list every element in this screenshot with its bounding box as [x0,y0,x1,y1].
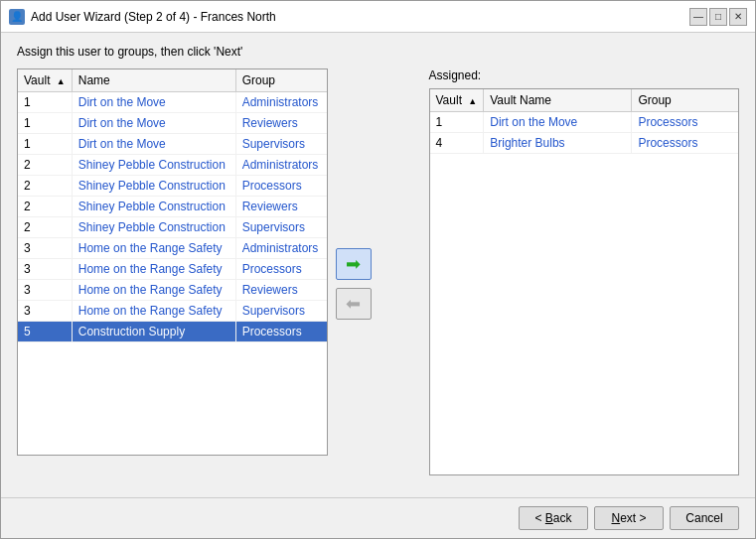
name-cell: Shiney Pebble Construction [72,217,235,238]
name-cell: Home on the Range Safety [72,301,235,322]
table-header-row: Vault ▲ Name Group [18,69,327,92]
back-arrow-icon: ⬅ [346,293,361,315]
table-row[interactable]: 4Brighter BulbsProcessors [430,133,739,154]
title-controls: — □ ✕ [689,8,747,26]
next-button[interactable]: Next > [594,506,664,530]
table-row[interactable]: 3Home on the Range SafetySupervisors [18,301,327,322]
footer: < Back Next > Cancel [1,497,755,538]
group-cell: Supervisors [235,301,326,322]
title-bar: 👤 Add User Wizard (Step 2 of 4) - France… [1,1,755,33]
maximize-button[interactable]: □ [709,8,727,26]
name-cell: Dirt on the Move [484,112,632,133]
back-button[interactable]: < Back [519,506,588,530]
name-cell: Dirt on the Move [72,92,235,113]
left-panel: Vault ▲ Name Group [17,68,328,456]
vault-cell: 3 [18,259,72,280]
group-cell: Reviewers [235,280,326,301]
table-row[interactable]: 2Shiney Pebble ConstructionSupervisors [18,217,327,238]
groups-table: Vault ▲ Name Group [18,69,327,342]
table-row[interactable]: 2Shiney Pebble ConstructionProcessors [18,176,327,197]
forward-arrow-icon: ➡ [346,253,361,275]
vault-cell: 2 [18,155,72,176]
name-cell: Brighter Bulbs [484,133,632,154]
vault-cell: 1 [18,134,72,155]
remove-from-assigned-button[interactable]: ⬅ [336,288,372,320]
assigned-name-header[interactable]: Vault Name [484,89,632,112]
vault-cell: 2 [18,176,72,197]
vault-cell: 3 [18,280,72,301]
assigned-header-row: Vault ▲ Vault Name Group [430,89,739,112]
panels-container: Vault ▲ Name Group [17,68,739,485]
window-icon: 👤 [9,9,25,25]
sort-arrow: ▲ [57,76,66,86]
vault-cell: 1 [430,112,484,133]
group-cell: Administrators [235,155,326,176]
assigned-table: Vault ▲ Vault Name Group [430,89,739,154]
name-cell: Home on the Range Safety [72,280,235,301]
table-row[interactable]: 2Shiney Pebble ConstructionReviewers [18,197,327,217]
table-row[interactable]: 3Home on the Range SafetyReviewers [18,280,327,301]
vault-header[interactable]: Vault ▲ [18,69,72,92]
content-area: Assign this user to groups, then click '… [1,33,755,497]
table-row[interactable]: 2Shiney Pebble ConstructionAdministrator… [18,155,327,176]
vault-cell: 3 [18,238,72,259]
table-row[interactable]: 3Home on the Range SafetyAdministrators [18,238,327,259]
group-cell: Processors [235,322,326,342]
table-row[interactable]: 1Dirt on the MoveAdministrators [18,92,327,113]
group-cell: Administrators [235,238,326,259]
name-cell: Dirt on the Move [72,113,235,134]
middle-controls: ➡ ⬅ [328,90,379,477]
vault-cell: 2 [18,197,72,217]
table-row[interactable]: 1Dirt on the MoveSupervisors [18,134,327,155]
close-button[interactable]: ✕ [729,8,747,26]
name-cell: Shiney Pebble Construction [72,155,235,176]
instruction-text: Assign this user to groups, then click '… [17,45,739,59]
table-row[interactable]: 1Dirt on the MoveReviewers [18,113,327,134]
group-cell: Administrators [235,92,326,113]
name-header[interactable]: Name [72,69,235,92]
assigned-vault-header[interactable]: Vault ▲ [430,89,484,112]
assigned-sort-arrow: ▲ [468,96,477,106]
assigned-label: Assigned: [429,68,740,82]
vault-cell: 2 [18,217,72,238]
name-cell: Home on the Range Safety [72,238,235,259]
assigned-group-header[interactable]: Group [632,89,738,112]
assigned-tbody: 1Dirt on the MoveProcessors4Brighter Bul… [430,112,739,154]
assigned-list[interactable]: Vault ▲ Vault Name Group [429,88,740,475]
name-cell: Home on the Range Safety [72,259,235,280]
table-row[interactable]: 1Dirt on the MoveProcessors [430,112,739,133]
cancel-button[interactable]: Cancel [670,506,739,530]
vault-cell: 4 [430,133,484,154]
minimize-button[interactable]: — [689,8,707,26]
add-to-assigned-button[interactable]: ➡ [336,248,372,280]
group-cell: Processors [632,112,738,133]
table-row[interactable]: 5Construction SupplyProcessors [18,322,327,342]
vault-cell: 5 [18,322,72,342]
group-cell: Processors [235,176,326,197]
group-header[interactable]: Group [235,69,326,92]
right-panel: Assigned: Vault ▲ Vault Name [429,68,740,475]
name-cell: Dirt on the Move [72,134,235,155]
table-row[interactable]: 3Home on the Range SafetyProcessors [18,259,327,280]
group-cell: Processors [235,259,326,280]
name-cell: Shiney Pebble Construction [72,197,235,217]
groups-list[interactable]: Vault ▲ Name Group [17,68,328,456]
vault-cell: 3 [18,301,72,322]
window-title: Add User Wizard (Step 2 of 4) - Frances … [31,10,276,24]
vault-cell: 1 [18,92,72,113]
group-cell: Processors [632,133,738,154]
groups-tbody: 1Dirt on the MoveAdministrators1Dirt on … [18,92,327,342]
group-cell: Supervisors [235,134,326,155]
name-cell: Shiney Pebble Construction [72,176,235,197]
vault-cell: 1 [18,113,72,134]
group-cell: Reviewers [235,113,326,134]
group-cell: Supervisors [235,217,326,238]
title-bar-left: 👤 Add User Wizard (Step 2 of 4) - France… [9,9,276,25]
name-cell: Construction Supply [72,322,235,342]
group-cell: Reviewers [235,197,326,217]
main-window: 👤 Add User Wizard (Step 2 of 4) - France… [0,0,756,539]
